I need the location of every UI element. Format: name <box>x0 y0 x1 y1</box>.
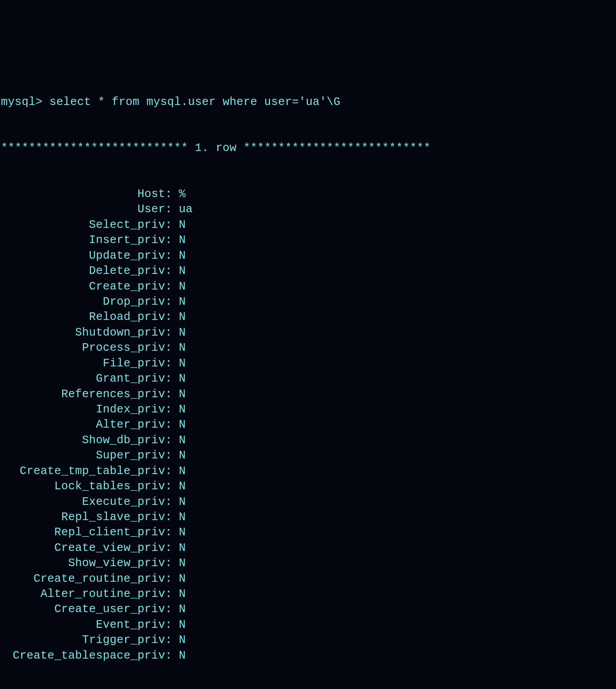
result-row: Grant_priv:N <box>0 371 616 387</box>
result-row: Show_view_priv:N <box>0 556 616 571</box>
field-name: Process_priv: <box>0 340 172 356</box>
field-name: Delete_priv: <box>0 264 172 279</box>
command-line: mysql> select * from mysql.user where us… <box>0 95 616 110</box>
field-name: Show_view_priv: <box>0 556 172 571</box>
result-row: Host:% <box>0 187 616 202</box>
result-row: Delete_priv:N <box>0 264 616 279</box>
terminal-output: mysql> select * from mysql.user where us… <box>0 64 616 679</box>
result-row: Create_tablespace_priv:N <box>0 648 616 664</box>
field-value: N <box>172 417 186 433</box>
field-value: N <box>172 248 186 264</box>
field-name: Drop_priv: <box>0 294 172 310</box>
field-name: Event_priv: <box>0 618 172 633</box>
field-value: N <box>172 571 186 587</box>
field-value: N <box>172 233 186 248</box>
field-name: Create_routine_priv: <box>0 571 172 587</box>
field-value: N <box>172 218 186 233</box>
field-value: N <box>172 556 186 571</box>
result-row: Process_priv:N <box>0 340 616 356</box>
field-value: N <box>172 541 186 556</box>
result-row: Create_tmp_table_priv:N <box>0 464 616 479</box>
result-row: Update_priv:N <box>0 248 616 264</box>
field-value: N <box>172 294 186 310</box>
field-value: N <box>172 495 186 510</box>
result-row: Drop_priv:N <box>0 294 616 310</box>
field-name: Index_priv: <box>0 402 172 417</box>
field-name: Alter_priv: <box>0 417 172 433</box>
result-row: Event_priv:N <box>0 618 616 633</box>
field-name: Create_view_priv: <box>0 541 172 556</box>
field-name: References_priv: <box>0 387 172 402</box>
field-value: N <box>172 525 186 540</box>
result-row: Insert_priv:N <box>0 233 616 248</box>
result-row: User:ua <box>0 202 616 217</box>
field-name: Host: <box>0 187 172 202</box>
field-name: Create_user_priv: <box>0 602 172 617</box>
result-row: File_priv:N <box>0 356 616 371</box>
result-row: Reload_priv:N <box>0 310 616 325</box>
result-row: Lock_tables_priv:N <box>0 479 616 494</box>
result-row: References_priv:N <box>0 387 616 402</box>
field-value: N <box>172 587 186 602</box>
field-value: N <box>172 279 186 294</box>
result-row: Alter_priv:N <box>0 417 616 433</box>
field-value: N <box>172 602 186 617</box>
field-name: Select_priv: <box>0 218 172 233</box>
result-row: Index_priv:N <box>0 402 616 417</box>
result-row: Show_db_priv:N <box>0 433 616 448</box>
result-row: Shutdown_priv:N <box>0 325 616 340</box>
field-value: N <box>172 464 186 479</box>
field-value: N <box>172 433 186 448</box>
field-name: Grant_priv: <box>0 371 172 387</box>
field-value: N <box>172 325 186 340</box>
field-name: Execute_priv: <box>0 495 172 510</box>
result-row: Super_priv:N <box>0 448 616 463</box>
field-value: N <box>172 264 186 279</box>
field-value: N <box>172 479 186 494</box>
field-name: Lock_tables_priv: <box>0 479 172 494</box>
field-value: N <box>172 633 186 648</box>
field-name: Create_tmp_table_priv: <box>0 464 172 479</box>
result-row: Create_view_priv:N <box>0 541 616 556</box>
field-value: % <box>172 187 186 202</box>
field-name: Alter_routine_priv: <box>0 587 172 602</box>
field-name: File_priv: <box>0 356 172 371</box>
field-name: Trigger_priv: <box>0 633 172 648</box>
field-name: Show_db_priv: <box>0 433 172 448</box>
field-name: Insert_priv: <box>0 233 172 248</box>
field-name: Create_tablespace_priv: <box>0 648 172 664</box>
field-value: N <box>172 371 186 387</box>
result-row: Repl_slave_priv:N <box>0 510 616 525</box>
field-value: N <box>172 356 186 371</box>
field-value: N <box>172 648 186 664</box>
result-row: Repl_client_priv:N <box>0 525 616 540</box>
field-name: Update_priv: <box>0 248 172 264</box>
result-row: Create_user_priv:N <box>0 602 616 617</box>
field-name: Shutdown_priv: <box>0 325 172 340</box>
field-value: N <box>172 618 186 633</box>
field-value: ua <box>172 202 193 217</box>
field-name: User: <box>0 202 172 217</box>
result-row: Trigger_priv:N <box>0 633 616 648</box>
result-row: Create_priv:N <box>0 279 616 294</box>
field-value: N <box>172 402 186 417</box>
field-name: Reload_priv: <box>0 310 172 325</box>
field-value: N <box>172 510 186 525</box>
field-name: Repl_client_priv: <box>0 525 172 540</box>
field-value: N <box>172 387 186 402</box>
result-row: Create_routine_priv:N <box>0 571 616 587</box>
result-row: Select_priv:N <box>0 218 616 233</box>
result-row: Execute_priv:N <box>0 495 616 510</box>
row-separator: *************************** 1. row *****… <box>0 141 616 156</box>
field-name: Create_priv: <box>0 279 172 294</box>
field-value: N <box>172 448 186 463</box>
field-name: Super_priv: <box>0 448 172 463</box>
result-row: Alter_routine_priv:N <box>0 587 616 602</box>
field-name: Repl_slave_priv: <box>0 510 172 525</box>
result-rows: Host:%User:uaSelect_priv:NInsert_priv:NU… <box>0 187 616 664</box>
field-value: N <box>172 310 186 325</box>
field-value: N <box>172 340 186 356</box>
